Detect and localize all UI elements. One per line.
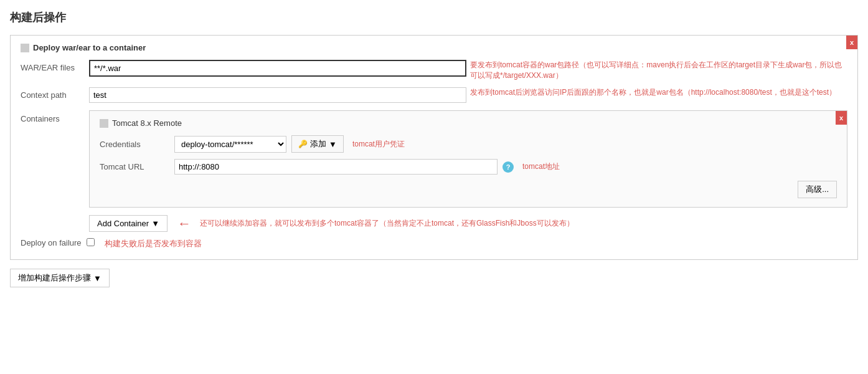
advanced-row: 高级... xyxy=(100,181,837,198)
credentials-label: Credentials xyxy=(100,140,174,149)
add-container-label: Add Container xyxy=(97,219,149,228)
tomcat-url-help-icon[interactable]: ? xyxy=(502,161,514,173)
page-title: 构建后操作 xyxy=(10,10,858,25)
add-container-annotation: 还可以继续添加容器，就可以发布到多个tomcat容器了（当然肯定不止tomcat… xyxy=(200,218,574,229)
war-ear-input[interactable] xyxy=(89,60,466,77)
add-container-button[interactable]: Add Container ▼ xyxy=(89,215,167,232)
tomcat-url-content: ? tomcat地址 xyxy=(174,159,837,175)
credentials-add-button[interactable]: 🔑 添加 ▼ xyxy=(291,135,344,153)
containers-label: Containers xyxy=(21,109,89,123)
tomcat-container-box: x Tomcat 8.x Remote Credentials deploy-t… xyxy=(89,110,847,208)
add-container-arrow: ▼ xyxy=(151,219,159,228)
war-ear-row: WAR/EAR files 要发布到tomcat容器的war包路径（也可以写详细… xyxy=(21,60,847,81)
key-icon: 🔑 xyxy=(298,140,308,148)
section-icon xyxy=(21,44,29,52)
credentials-add-label: 添加 xyxy=(310,138,326,150)
container-close-button[interactable]: x xyxy=(836,111,847,125)
credentials-select[interactable]: deploy-tomcat/****** xyxy=(174,136,286,153)
credentials-content: deploy-tomcat/****** 🔑 添加 ▼ tomcat用户凭证 xyxy=(174,135,837,153)
context-path-row: Context path 发布到tomcat后浏览器访问IP后面跟的那个名称，也… xyxy=(21,87,847,103)
tomcat-url-row: Tomcat URL ? tomcat地址 xyxy=(100,159,837,175)
war-ear-annotation: 要发布到tomcat容器的war包路径（也可以写详细点：maven执行后会在工作… xyxy=(470,60,847,81)
credentials-add-arrow: ▼ xyxy=(329,140,337,149)
advanced-button[interactable]: 高级... xyxy=(798,181,837,198)
container-header: Tomcat 8.x Remote xyxy=(100,118,837,128)
tomcat-url-label: Tomcat URL xyxy=(100,162,174,171)
war-ear-content xyxy=(89,60,466,77)
footer-btn-label: 增加构建后操作步骤 xyxy=(18,272,91,284)
container-title-label: Tomcat 8.x Remote xyxy=(112,118,182,128)
deploy-on-failure-checkbox[interactable] xyxy=(87,238,95,246)
section-close-button[interactable]: x xyxy=(846,36,857,49)
help-label: ? xyxy=(506,163,511,171)
deploy-war-section: Deploy war/ear to a container x WAR/EAR … xyxy=(10,35,858,260)
context-path-annotation: 发布到tomcat后浏览器访问IP后面跟的那个名称，也就是war包名（http:… xyxy=(470,87,847,98)
war-ear-input-wrapper xyxy=(89,60,466,77)
container-icon xyxy=(100,119,108,128)
credentials-annotation: tomcat用户凭证 xyxy=(352,139,837,150)
war-ear-label: WAR/EAR files xyxy=(21,60,89,72)
deploy-on-failure-annotation: 构建失败后是否发布到容器 xyxy=(105,238,202,249)
section-title-label: Deploy war/ear to a container xyxy=(33,43,146,52)
section-title-row: Deploy war/ear to a container xyxy=(21,43,847,52)
add-container-section: Add Container ▼ ← 还可以继续添加容器，就可以发布到多个tomc… xyxy=(89,215,847,232)
deploy-on-failure-row: Deploy on failure 构建失败后是否发布到容器 xyxy=(21,238,847,249)
context-path-content xyxy=(89,87,466,103)
red-arrow-icon: ← xyxy=(177,216,191,232)
add-container-arrow-annotation: ← 还可以继续添加容器，就可以发布到多个tomcat容器了（当然肯定不止tomc… xyxy=(177,216,574,232)
deploy-on-failure-label: Deploy on failure xyxy=(21,238,82,247)
containers-row: Containers x Tomcat 8.x Remote Credentia… xyxy=(21,109,847,232)
context-path-input[interactable] xyxy=(89,87,466,103)
add-post-build-step-button[interactable]: 增加构建后操作步骤 ▼ xyxy=(10,269,110,287)
credentials-row: Credentials deploy-tomcat/****** 🔑 添加 ▼ … xyxy=(100,135,837,153)
tomcat-url-annotation: tomcat地址 xyxy=(522,161,837,172)
context-path-label: Context path xyxy=(21,87,89,100)
tomcat-url-input[interactable] xyxy=(174,159,498,175)
containers-content: x Tomcat 8.x Remote Credentials deploy-t… xyxy=(89,109,847,232)
footer-btn-arrow: ▼ xyxy=(93,274,101,283)
